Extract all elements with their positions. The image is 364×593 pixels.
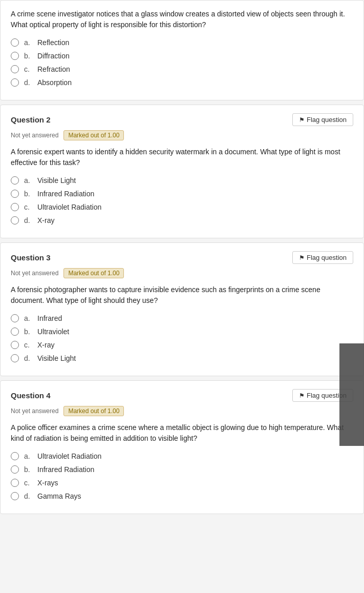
option-text-4a: Ultraviolet Radiation (37, 452, 101, 460)
option-4b: b. Infrared Radiation (11, 465, 353, 474)
option-4a: a. Ultraviolet Radiation (11, 452, 353, 460)
option-letter-3d: d. (24, 354, 32, 362)
question-header-2: Question 2 ⚑ Flag question (11, 113, 353, 126)
option-2d: d. X-ray (11, 216, 353, 224)
option-2b: b. Infrared Radiation (11, 190, 353, 198)
question-text-1: A crime scene investigator notices that … (11, 9, 353, 30)
option-1a: a. Reflection (11, 38, 353, 47)
radio-3d[interactable] (11, 354, 19, 362)
radio-1b[interactable] (11, 52, 19, 60)
question-card-4: Question 4 ⚑ Flag question Not yet answe… (0, 380, 364, 514)
question-card-1: A crime scene investigator notices that … (0, 0, 364, 100)
option-text-4b: Infrared Radiation (37, 465, 94, 474)
option-3a: a. Infrared (11, 314, 353, 322)
option-text-2b: Infrared Radiation (37, 190, 94, 198)
radio-4c[interactable] (11, 479, 19, 487)
question-title-2: Question 2 (11, 115, 51, 124)
option-text-3c: X-ray (37, 341, 54, 349)
radio-1c[interactable] (11, 65, 19, 73)
question-card-2: Question 2 ⚑ Flag question Not yet answe… (0, 105, 364, 238)
option-letter-4d: d. (24, 492, 32, 500)
radio-4b[interactable] (11, 465, 19, 474)
marked-badge-3: Marked out of 1.00 (63, 268, 124, 278)
option-letter-2a: a. (24, 176, 32, 185)
flag-label-3: Flag question (307, 254, 347, 261)
option-text-1a: Reflection (37, 38, 69, 47)
option-text-2d: X-ray (37, 216, 54, 224)
option-2c: c. Ultraviolet Radiation (11, 203, 353, 211)
question-card-3: Question 3 ⚑ Flag question Not yet answe… (0, 242, 364, 376)
question-meta-4: Not yet answered Marked out of 1.00 (11, 406, 353, 416)
radio-1d[interactable] (11, 78, 19, 87)
question-title-3: Question 3 (11, 253, 51, 262)
marked-badge-4: Marked out of 1.00 (63, 406, 124, 416)
question-meta-3: Not yet answered Marked out of 1.00 (11, 268, 353, 278)
option-letter-4a: a. (24, 452, 32, 460)
option-letter-1c: c. (24, 65, 32, 73)
option-letter-4b: b. (24, 465, 32, 474)
option-text-1b: Diffraction (37, 52, 70, 60)
option-3d: d. Visible Light (11, 354, 353, 362)
option-text-4d: Gamma Rays (37, 492, 81, 500)
radio-3b[interactable] (11, 328, 19, 336)
option-text-3b: Ultraviolet (37, 328, 69, 336)
option-text-4c: X-rays (37, 479, 58, 487)
question-text-4: A police officer examines a crime scene … (11, 422, 353, 444)
flag-button-3[interactable]: ⚑ Flag question (292, 251, 353, 264)
question-text-3: A forensic photographer wants to capture… (11, 284, 353, 306)
option-letter-3c: c. (24, 341, 32, 349)
radio-2d[interactable] (11, 216, 19, 224)
option-letter-1b: b. (24, 52, 32, 60)
radio-4d[interactable] (11, 492, 19, 500)
option-text-2c: Ultraviolet Radiation (37, 203, 101, 211)
option-text-2a: Visible Light (37, 176, 76, 185)
marked-badge-2: Marked out of 1.00 (63, 130, 124, 140)
flag-label-2: Flag question (307, 116, 347, 124)
radio-1a[interactable] (11, 38, 19, 47)
option-letter-1d: d. (24, 78, 32, 87)
question-text-2: A forensic expert wants to identify a hi… (11, 147, 353, 168)
option-letter-1a: a. (24, 38, 32, 47)
question-header-4: Question 4 ⚑ Flag question (11, 389, 353, 402)
flag-icon-4: ⚑ (299, 392, 305, 399)
not-answered-2: Not yet answered (11, 132, 58, 139)
option-1b: b. Diffraction (11, 52, 353, 60)
radio-2b[interactable] (11, 190, 19, 198)
option-letter-4c: c. (24, 479, 32, 487)
question-title-4: Question 4 (11, 391, 51, 400)
option-letter-2c: c. (24, 203, 32, 211)
option-text-1d: Absorption (37, 78, 72, 87)
option-letter-3b: b. (24, 328, 32, 336)
option-3b: b. Ultraviolet (11, 328, 353, 336)
radio-3a[interactable] (11, 314, 19, 322)
not-answered-3: Not yet answered (11, 270, 58, 277)
flag-icon-2: ⚑ (299, 116, 305, 124)
question-header-3: Question 3 ⚑ Flag question (11, 251, 353, 264)
option-text-3a: Infrared (37, 314, 62, 322)
option-letter-2d: d. (24, 216, 32, 224)
question-meta-2: Not yet answered Marked out of 1.00 (11, 130, 353, 140)
option-4d: d. Gamma Rays (11, 492, 353, 500)
radio-2c[interactable] (11, 203, 19, 211)
option-letter-3a: a. (24, 314, 32, 322)
not-answered-4: Not yet answered (11, 407, 58, 415)
option-text-1c: Refraction (37, 65, 70, 73)
flag-icon-3: ⚑ (299, 254, 305, 261)
option-2a: a. Visible Light (11, 176, 353, 185)
option-3c: c. X-ray (11, 341, 353, 349)
option-4c: c. X-rays (11, 479, 353, 487)
option-text-3d: Visible Light (37, 354, 76, 362)
option-letter-2b: b. (24, 190, 32, 198)
radio-4a[interactable] (11, 452, 19, 460)
sidebar-panel (339, 343, 364, 446)
radio-3c[interactable] (11, 341, 19, 349)
flag-button-2[interactable]: ⚑ Flag question (292, 113, 353, 126)
radio-2a[interactable] (11, 176, 19, 185)
option-1d: d. Absorption (11, 78, 353, 87)
option-1c: c. Refraction (11, 65, 353, 73)
